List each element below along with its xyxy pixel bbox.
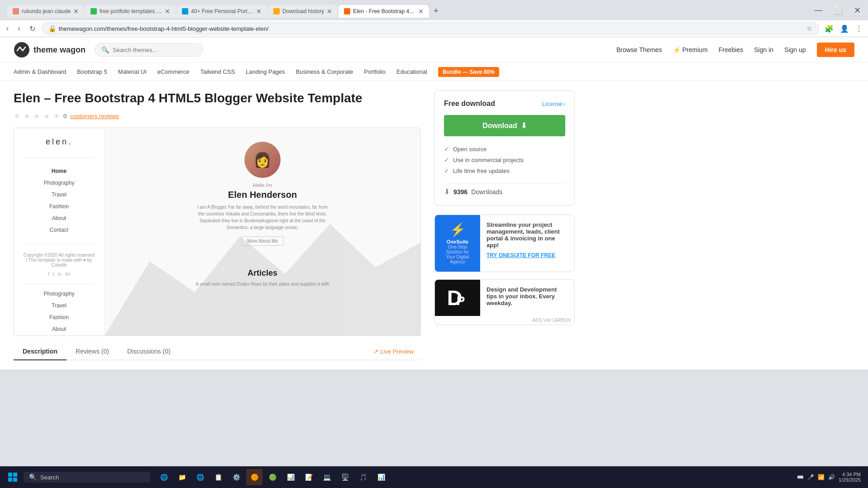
nav-freebies[interactable]: Freebies [719, 46, 743, 53]
search-input[interactable] [113, 47, 196, 53]
feature-opensource: ✓ Open source [444, 144, 565, 154]
taskbar-icon-10[interactable]: 💻 [319, 469, 335, 485]
more-about-btn[interactable]: More About Me [241, 236, 284, 246]
ad-onesuite-title: Streamline your project management, lead… [486, 221, 568, 249]
page-title: Elen – Free Bootstrap 4 HTML5 Blogger We… [14, 90, 421, 106]
download-count-icon: ⬇ [444, 187, 450, 196]
onesuite-name: OneSuite [447, 239, 468, 244]
ad-onesuite-inner: ⚡ OneSuite One-Stop Solution for Your Di… [435, 215, 574, 272]
cat-tailwind[interactable]: Tailwind CSS [200, 63, 235, 81]
svg-rect-8 [13, 478, 17, 482]
taskbar-icon-6[interactable]: 🟠 [246, 469, 262, 485]
tab-reviews[interactable]: Reviews (0) [67, 343, 118, 360]
nav-signup[interactable]: Sign up [784, 46, 806, 53]
chevron-right-icon: › [563, 100, 565, 107]
ad-carbon-inner: D P Design and Development tips in your … [435, 280, 574, 316]
maximize-button[interactable]: ⬜ [830, 5, 847, 15]
download-header: Free download License › [444, 100, 565, 108]
taskbar-icon-7[interactable]: 🟢 [264, 469, 281, 485]
nav-premium[interactable]: ⚡ Premium [673, 46, 708, 53]
minimize-button[interactable]: — [811, 5, 826, 15]
menu2-about: About [23, 323, 95, 335]
close-button[interactable]: ✕ [850, 5, 864, 15]
taskbar-icon-12[interactable]: 🎵 [355, 469, 371, 485]
taskbar-icon-4[interactable]: 📋 [210, 469, 226, 485]
cat-educational[interactable]: Educational [396, 63, 427, 81]
forward-button[interactable]: › [15, 23, 23, 34]
reload-button[interactable]: ↻ [27, 23, 38, 35]
tab-4[interactable]: Download history ✕ [268, 5, 338, 18]
logo[interactable]: theme wagon [14, 42, 86, 58]
taskbar-icon-3[interactable]: 🌐 [192, 469, 208, 485]
download-button[interactable]: Download ⬇ [444, 115, 565, 136]
preview-sidebar-social: ftinlin [23, 271, 95, 277]
ad-carbon-image: D P [435, 280, 480, 316]
address-bar-row: ‹ › ↻ 🔒 themewagon.com/themes/free-boots… [0, 20, 868, 37]
menu-home: Home [23, 165, 95, 177]
windows-logo-icon [7, 472, 18, 483]
taskbar-icon-9[interactable]: 📝 [300, 469, 317, 485]
tab-3[interactable]: 40+ Free Personal Portfolio HT... ✕ [176, 5, 267, 18]
taskbar-icon-5[interactable]: ⚙️ [228, 469, 244, 485]
tab-discussions[interactable]: Discussions (0) [118, 343, 180, 360]
download-icon: ⬇ [521, 121, 527, 130]
tab2-title: free portfolio templates in htm... [100, 8, 162, 14]
tab5-title: Elen - Free Bootstrap 4 HTML5... [353, 8, 415, 14]
cat-material[interactable]: Material UI [118, 63, 147, 81]
tab5-close[interactable]: ✕ [418, 8, 424, 15]
wifi-icon: 📶 [818, 474, 825, 480]
taskbar-icon-1[interactable]: 🌐 [156, 469, 172, 485]
nav-signin[interactable]: Sign in [754, 46, 773, 53]
tab4-close[interactable]: ✕ [327, 8, 332, 15]
articles-section: Articles A small river named Duden flows… [105, 259, 420, 296]
taskbar-icon-8[interactable]: 📊 [282, 469, 299, 485]
cat-landing[interactable]: Landing Pages [246, 63, 285, 81]
cat-ecommerce[interactable]: eCommerce [157, 63, 190, 81]
ad-carbon-content: Design and Development tips in your inbo… [480, 280, 574, 316]
address-text: themewagon.com/themes/free-bootstrap-4-h… [59, 25, 804, 32]
tab1-close[interactable]: ✕ [73, 8, 79, 15]
profile-button[interactable]: 👤 [838, 23, 851, 35]
tab2-close[interactable]: ✕ [165, 8, 170, 15]
new-tab-button[interactable]: + [430, 5, 442, 18]
cat-bootstrap5[interactable]: Bootstrap 5 [77, 63, 107, 81]
tab3-close[interactable]: ✕ [256, 8, 262, 15]
start-button[interactable] [4, 468, 22, 486]
address-bar[interactable]: 🔒 themewagon.com/themes/free-bootstrap-4… [42, 22, 819, 35]
preview-profile: 👩 Hello I'm Elen Henderson I am A Blogge… [105, 128, 420, 259]
tab-5[interactable]: Elen - Free Bootstrap 4 HTML5... ✕ [339, 5, 429, 18]
tab1-favicon [13, 8, 19, 14]
hire-us-button[interactable]: Hire us [817, 43, 854, 57]
star-1: ★ [14, 112, 20, 120]
tab-bar: rukundo jean claude ✕ free portfolio tem… [4, 3, 807, 18]
sys-tray: ⌨️ 🎤 📶 🔊 4:34 PM 1/29/2025 [793, 472, 864, 483]
tab-description[interactable]: Description [14, 343, 67, 360]
tab-2[interactable]: free portfolio templates in htm... ✕ [85, 5, 176, 18]
bookmark-icon[interactable]: ☆ [806, 25, 812, 32]
license-link[interactable]: License › [542, 100, 565, 107]
search-bar[interactable]: 🔍 [95, 43, 203, 57]
taskbar-icon-2[interactable]: 📁 [174, 469, 190, 485]
articles-sub: A small river named Duden flows by their… [114, 282, 411, 287]
onesuite-logo: ⚡ OneSuite One-Stop Solution for Your Di… [435, 215, 480, 272]
tab-1[interactable]: rukundo jean claude ✕ [7, 5, 84, 18]
preview-sidebar-menu: Home Photography Travel Fashion About Co… [23, 165, 95, 236]
mic-icon: 🎤 [807, 474, 814, 480]
extensions-button[interactable]: 🧩 [823, 23, 835, 35]
back-button[interactable]: ‹ [4, 23, 11, 34]
bundle-badge[interactable]: Bundle — Save 80% [438, 67, 499, 77]
taskbar-icon-11[interactable]: 🖥️ [337, 469, 353, 485]
cat-business[interactable]: Business & Corporate [296, 63, 353, 81]
menu2-travel: Travel [23, 300, 95, 311]
svg-rect-6 [13, 473, 17, 477]
taskbar-search[interactable]: 🔍 Search [24, 472, 150, 483]
settings-button[interactable]: ⋮ [854, 23, 864, 35]
nav-browse-themes[interactable]: Browse Themes [616, 46, 662, 53]
ad-onesuite-cta[interactable]: TRY ONESUITE FOR FREE [486, 252, 568, 258]
cat-portfolio[interactable]: Portfolio [364, 63, 386, 81]
live-preview-link[interactable]: ↗ Live Preview [366, 343, 421, 359]
taskbar-icon-13[interactable]: 📊 [373, 469, 389, 485]
cat-admin[interactable]: Admin & Dashboard [14, 63, 66, 81]
reviews-link[interactable]: customers reviews [70, 113, 119, 120]
title-bar: rukundo jean claude ✕ free portfolio tem… [0, 0, 868, 20]
